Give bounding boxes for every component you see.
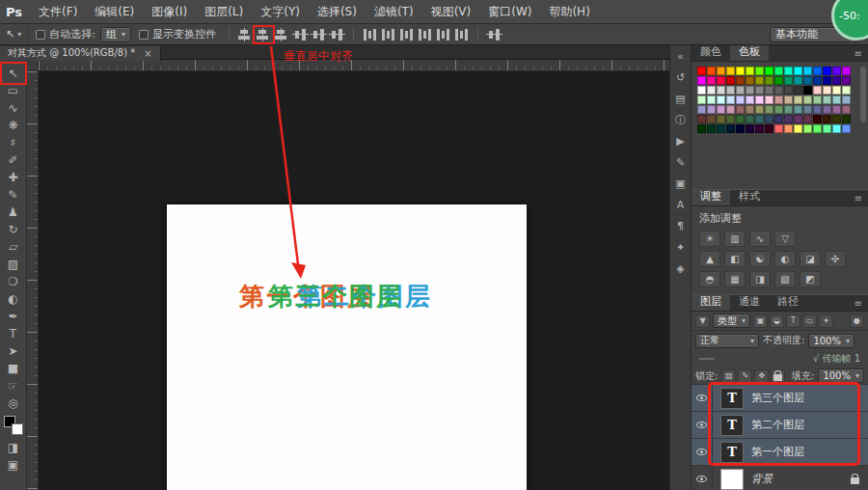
panel-menu-icon[interactable]: ≡ bbox=[849, 193, 868, 205]
eyedropper-tool[interactable]: ✐ bbox=[3, 151, 24, 169]
color-swatch[interactable] bbox=[784, 86, 793, 95]
menu-item[interactable]: 文字(Y) bbox=[252, 0, 309, 23]
color-swatch[interactable] bbox=[823, 115, 831, 123]
menu-item[interactable]: 图层(L) bbox=[196, 0, 252, 23]
color-swatch[interactable] bbox=[707, 105, 716, 114]
distribute-left-edges-icon[interactable] bbox=[417, 28, 433, 41]
menu-item[interactable]: 帮助(H) bbox=[540, 0, 598, 23]
color-swatch[interactable] bbox=[774, 105, 783, 114]
tab-channels[interactable]: 通道 bbox=[730, 294, 769, 311]
panel-menu-icon[interactable]: ≡ bbox=[849, 298, 868, 311]
color-swatch[interactable] bbox=[813, 124, 822, 133]
filter-adjustment-layers-icon[interactable]: ◒ bbox=[770, 314, 784, 328]
align-horizontal-centers-icon[interactable] bbox=[311, 28, 327, 41]
character-panel-icon[interactable]: A bbox=[672, 198, 690, 212]
color-swatch[interactable] bbox=[813, 115, 822, 123]
align-bottom-edges-icon[interactable] bbox=[274, 28, 290, 41]
color-swatch[interactable] bbox=[813, 86, 822, 95]
filter-picker-icon[interactable]: ▼ bbox=[695, 314, 710, 328]
color-swatch[interactable] bbox=[765, 105, 773, 114]
threshold-icon[interactable]: ◨ bbox=[749, 271, 771, 287]
color-swatch[interactable] bbox=[813, 95, 822, 104]
history-icon[interactable]: ↺ bbox=[672, 70, 690, 85]
blend-mode-dropdown[interactable]: 正常 ▾ bbox=[695, 334, 759, 348]
swatches-scrollbar[interactable] bbox=[860, 67, 866, 122]
color-swatch[interactable] bbox=[832, 115, 841, 123]
fill-dropdown[interactable]: 100% ▾ bbox=[818, 368, 864, 383]
actions-icon[interactable]: ▶ bbox=[672, 134, 690, 149]
color-swatch[interactable] bbox=[707, 86, 716, 95]
color-swatch[interactable] bbox=[803, 67, 812, 75]
color-swatch[interactable] bbox=[794, 95, 802, 104]
align-top-edges-icon[interactable] bbox=[237, 28, 254, 41]
color-swatch[interactable] bbox=[803, 95, 812, 104]
color-swatch[interactable] bbox=[794, 124, 802, 133]
color-swatch[interactable] bbox=[832, 67, 841, 75]
color-swatch[interactable] bbox=[774, 115, 783, 123]
color-swatch[interactable] bbox=[803, 105, 812, 114]
black-white-icon[interactable]: ◐ bbox=[774, 251, 796, 267]
color-swatch[interactable] bbox=[697, 95, 706, 104]
color-swatch[interactable] bbox=[697, 115, 706, 123]
distribute-horizontal-centers-icon[interactable] bbox=[435, 28, 451, 41]
healing-brush-tool[interactable]: ✚ bbox=[3, 169, 24, 186]
color-swatch[interactable] bbox=[784, 115, 793, 123]
show-transform-checkbox[interactable]: 显示变换控件 bbox=[139, 27, 216, 41]
menu-item[interactable]: 滤镜(T) bbox=[366, 0, 422, 23]
color-swatch[interactable] bbox=[794, 76, 802, 85]
color-swatch[interactable] bbox=[765, 86, 773, 95]
document-tab[interactable]: 对其方式 @ 100%(RGB/8) * × bbox=[0, 46, 161, 61]
color-swatch[interactable] bbox=[823, 76, 831, 85]
color-swatch[interactable] bbox=[736, 95, 745, 104]
color-swatch[interactable] bbox=[813, 67, 822, 75]
color-swatch[interactable] bbox=[832, 76, 841, 85]
color-swatch[interactable] bbox=[765, 115, 773, 123]
color-swatch[interactable] bbox=[726, 67, 735, 75]
selective-color-icon[interactable]: ◩ bbox=[800, 271, 821, 287]
tab-styles[interactable]: 样式 bbox=[730, 189, 769, 205]
color-swatch[interactable] bbox=[832, 95, 841, 104]
color-swatch[interactable] bbox=[803, 86, 812, 95]
clone-source-icon[interactable]: ▣ bbox=[672, 177, 690, 191]
tab-layers[interactable]: 图层 bbox=[692, 294, 730, 311]
color-swatch[interactable] bbox=[823, 105, 831, 114]
color-swatch[interactable] bbox=[813, 105, 822, 114]
rectangle-tool[interactable]: ■ bbox=[3, 360, 24, 377]
color-swatch[interactable] bbox=[726, 124, 735, 133]
color-swatch[interactable] bbox=[832, 105, 841, 114]
filter-type-layers-icon[interactable]: T bbox=[786, 314, 800, 328]
color-swatch[interactable] bbox=[717, 67, 725, 75]
color-swatch[interactable] bbox=[774, 124, 783, 133]
hand-tool[interactable]: ☞ bbox=[3, 377, 24, 395]
collapse-panels-icon[interactable]: « bbox=[672, 49, 690, 64]
auto-select-checkbox[interactable]: 自动选择: bbox=[36, 27, 95, 41]
lock-transparency-icon[interactable]: ▨ bbox=[721, 369, 736, 383]
brush-panel-icon[interactable]: ✎ bbox=[672, 155, 690, 170]
distribute-right-edges-icon[interactable] bbox=[453, 28, 470, 41]
color-swatch[interactable] bbox=[784, 95, 793, 104]
color-swatch[interactable] bbox=[823, 67, 831, 75]
color-swatch[interactable] bbox=[784, 124, 793, 133]
color-swatch[interactable] bbox=[755, 115, 764, 123]
color-swatch[interactable] bbox=[746, 115, 754, 123]
color-swatch[interactable] bbox=[784, 105, 793, 114]
color-swatch[interactable] bbox=[717, 105, 725, 114]
color-swatch[interactable] bbox=[697, 105, 706, 114]
color-swatch[interactable] bbox=[794, 67, 802, 75]
color-swatch[interactable] bbox=[746, 86, 754, 95]
auto-select-target-dropdown[interactable]: 组 ▾ bbox=[100, 27, 131, 42]
color-swatch[interactable] bbox=[794, 105, 802, 114]
color-balance-icon[interactable]: ☯ bbox=[749, 251, 771, 267]
color-swatch[interactable] bbox=[726, 76, 735, 85]
color-swatch[interactable] bbox=[765, 124, 773, 133]
path-selection-tool[interactable]: ➤ bbox=[3, 342, 24, 360]
color-swatch[interactable] bbox=[755, 67, 764, 75]
color-swatch[interactable] bbox=[823, 124, 831, 133]
hue-saturation-icon[interactable]: ◧ bbox=[724, 251, 746, 267]
styles-panel-icon[interactable]: ◈ bbox=[672, 261, 690, 276]
color-swatch[interactable] bbox=[707, 115, 716, 123]
color-swatch[interactable] bbox=[842, 124, 851, 133]
brightness-contrast-icon[interactable]: ☀ bbox=[699, 231, 720, 247]
color-swatch[interactable] bbox=[707, 95, 716, 104]
info-icon[interactable]: ⓘ bbox=[672, 113, 690, 127]
